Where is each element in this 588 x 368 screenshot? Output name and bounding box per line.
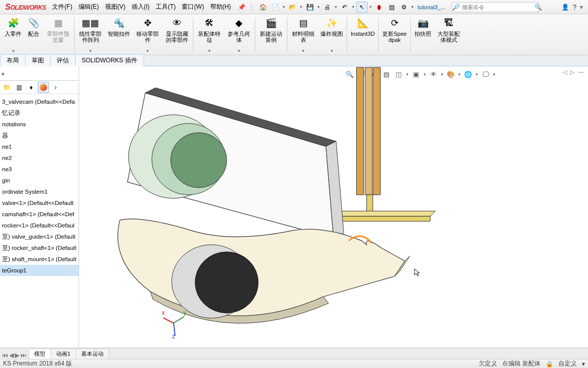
panel-tab-feature-tree[interactable]: 📁 — [1, 82, 12, 93]
svg-line-16 — [174, 317, 184, 323]
panel-tab-property[interactable]: ▥ — [13, 82, 24, 93]
tree-item[interactable]: ne2 — [0, 152, 79, 164]
tree-item[interactable]: 器 — [0, 130, 79, 141]
tab-addins[interactable]: SOLIDWORKS 插件 — [75, 54, 144, 66]
cmd-assembly-features[interactable]: 🛠装配体特征▾ — [194, 15, 224, 54]
cmd-reference-geometry[interactable]: ◆参考几何体▾ — [224, 15, 254, 54]
svg-text:y: y — [183, 309, 186, 316]
svg-point-11 — [170, 132, 227, 188]
dropdown-icon[interactable]: ▾ — [580, 4, 583, 11]
cmd-instant3d[interactable]: 📐Instant3D — [348, 15, 377, 54]
model-scene — [79, 66, 588, 354]
status-custom[interactable]: 自定义 — [558, 359, 577, 368]
menu-file[interactable]: 文件(F) — [49, 0, 75, 14]
cmd-snapshot[interactable]: 📷拍快照 — [412, 15, 434, 54]
svg-text:z: z — [172, 333, 175, 338]
tab-evaluate[interactable]: 评估 — [50, 54, 76, 66]
tree-item[interactable]: valve<1> (Default<<Default — [0, 197, 79, 209]
cmd-smart-fastener[interactable]: 🔩智能扣件 — [105, 15, 133, 54]
svg-line-14 — [163, 318, 174, 323]
cmd-show-hidden[interactable]: 👁显示隐藏的零部件 — [162, 15, 192, 54]
work-area: ● 📁 ▥ ♦ › 3_valvecam (Default<<Defa 忆记录 … — [0, 66, 588, 354]
tab-layout[interactable]: 布局 — [0, 54, 26, 66]
tab-sketch[interactable]: 草图 — [25, 54, 51, 66]
menu-help[interactable]: 帮助(H) — [207, 0, 234, 14]
panel-tab-config[interactable]: ♦ — [26, 82, 37, 93]
panel-tab-more[interactable]: › — [50, 82, 61, 93]
tree-item[interactable]: ordinate System1 — [0, 186, 79, 197]
status-unit-icon[interactable]: 🔒 — [546, 360, 553, 367]
select-icon[interactable]: ↖ — [356, 2, 368, 13]
open-icon[interactable]: 📂 — [287, 2, 298, 13]
search-input[interactable] — [460, 4, 534, 10]
menu-tools[interactable]: 工具(T) — [153, 0, 179, 14]
save-icon[interactable]: 💾 — [304, 2, 315, 13]
feature-panel: ● 📁 ▥ ♦ › 3_valvecam (Default<<Defa 忆记录 … — [0, 66, 79, 354]
sheet-nav: ⏮ ◀ ▶ ⏭ — [0, 352, 29, 359]
search-go-icon[interactable]: 🔍 — [534, 4, 542, 11]
document-name[interactable]: tutorial3_... — [414, 4, 448, 10]
status-editing: 在编辑 装配体 — [502, 359, 541, 368]
search-box: 🔎 🔍 — [452, 2, 538, 12]
cmd-new-motion-study[interactable]: 🎬新建运动算例 — [256, 15, 286, 54]
cmd-exploded-view[interactable]: ✨爆炸视图▾ — [318, 15, 346, 54]
sheet-first-icon[interactable]: ⏮ — [2, 352, 8, 359]
tree-item[interactable]: 至) rocker_shaft<1> (Default — [0, 242, 79, 254]
btab-basic-motion[interactable]: 基本运动 — [76, 349, 109, 359]
panel-tab-display[interactable] — [38, 82, 49, 93]
feature-tree[interactable]: 3_valvecam (Default<<Defa 忆记录 notations … — [0, 94, 79, 354]
graphics-viewport[interactable]: 🔍 🔎 ↩ ▧ ◫▾ ▣▾ 👁▾ 🎨▾ 🌐▾ 🖵▾ ◁ ▷ — — [79, 66, 588, 354]
status-bar: KS Premium 2018 x64 版 欠定义 在编辑 装配体 🔒 自定义 … — [0, 359, 588, 368]
status-more-icon[interactable]: ▾ — [582, 360, 585, 367]
bottom-tabs: ⏮ ◀ ▶ ⏭ 模型 动画1 基本运动 — [0, 348, 588, 359]
cmd-mate[interactable]: 📎配合 — [24, 15, 43, 54]
tree-item[interactable]: camshaft<1> (Default<<Def — [0, 209, 79, 220]
sheet-last-icon[interactable]: ⏭ — [20, 352, 27, 359]
main-menu: 文件(F) 编辑(E) 视图(V) 插入(I) 工具(T) 窗口(W) 帮助(H… — [49, 0, 234, 14]
status-underdefined: 欠定义 — [479, 359, 497, 368]
cmd-preview-window: ▦零部件预览窗 — [43, 15, 73, 54]
options-list-icon[interactable]: ▤ — [386, 2, 397, 13]
title-right: 👤 ? ▾ — [561, 3, 586, 11]
undo-icon[interactable]: ↶ — [339, 2, 350, 13]
cmd-linear-pattern[interactable]: ▦▦线性零部件阵列▾ — [76, 15, 105, 54]
tree-item[interactable]: 3_valvecam (Default<<Defa — [0, 96, 79, 107]
tree-item[interactable]: teGroup1 — [0, 265, 79, 276]
tree-item[interactable]: 至) shaft_mount<1> (Default — [0, 254, 79, 265]
cmd-bom[interactable]: ▤材料明细表▾ — [288, 15, 318, 54]
settings-icon[interactable]: ⚙ — [398, 2, 409, 13]
sheet-next-icon[interactable]: ▶ — [15, 352, 19, 359]
status-version: KS Premium 2018 x64 版 — [0, 359, 75, 368]
print-icon[interactable]: 🖨 — [322, 2, 333, 13]
panel-dot-icon[interactable]: ● — [1, 70, 5, 77]
tree-item[interactable]: 至) valve_guide<1> (Default — [0, 231, 79, 242]
menubar: SOLIDWORKS 文件(F) 编辑(E) 视图(V) 插入(I) 工具(T)… — [0, 0, 588, 14]
tree-item[interactable]: ne3 — [0, 164, 79, 175]
command-tabs: 布局 草图 评估 SOLIDWORKS 插件 — [0, 55, 588, 66]
search-icon: 🔎 — [452, 4, 460, 11]
help-icon[interactable]: ? — [572, 3, 577, 11]
svg-rect-2 — [373, 67, 380, 195]
new-icon[interactable]: 📄 — [270, 2, 281, 13]
tree-item[interactable]: notations — [0, 119, 79, 130]
tree-item[interactable]: ne1 — [0, 141, 79, 152]
tree-item[interactable]: 忆记录 — [0, 107, 79, 119]
btab-model[interactable]: 模型 — [29, 349, 51, 359]
rebuild-icon[interactable]: ⬮ — [374, 2, 385, 13]
menu-view[interactable]: 视图(V) — [102, 0, 129, 14]
home-icon[interactable]: 🏠 — [257, 2, 268, 13]
menu-insert[interactable]: 插入(I) — [129, 0, 153, 14]
cmd-update-speedpak[interactable]: ⟳更新Speedpak — [380, 15, 409, 54]
user-icon[interactable]: 👤 — [561, 4, 569, 11]
cmd-large-assembly[interactable]: 🏗大型装配体模式 — [434, 15, 463, 54]
btab-motion1[interactable]: 动画1 — [51, 349, 76, 359]
pin-icon[interactable]: 📌 — [234, 4, 250, 11]
view-triad: x y z — [161, 308, 186, 338]
cmd-move-component[interactable]: ✥移动零部件▾ — [133, 15, 162, 54]
tree-item[interactable]: gin — [0, 175, 79, 186]
sheet-prev-icon[interactable]: ◀ — [9, 352, 14, 359]
tree-item[interactable]: rocker<1> (Default<<Defaul — [0, 220, 79, 231]
menu-window[interactable]: 窗口(W) — [179, 0, 207, 14]
menu-edit[interactable]: 编辑(E) — [76, 0, 102, 14]
cmd-insert-part[interactable]: 🧩入零件▾ — [2, 15, 24, 54]
